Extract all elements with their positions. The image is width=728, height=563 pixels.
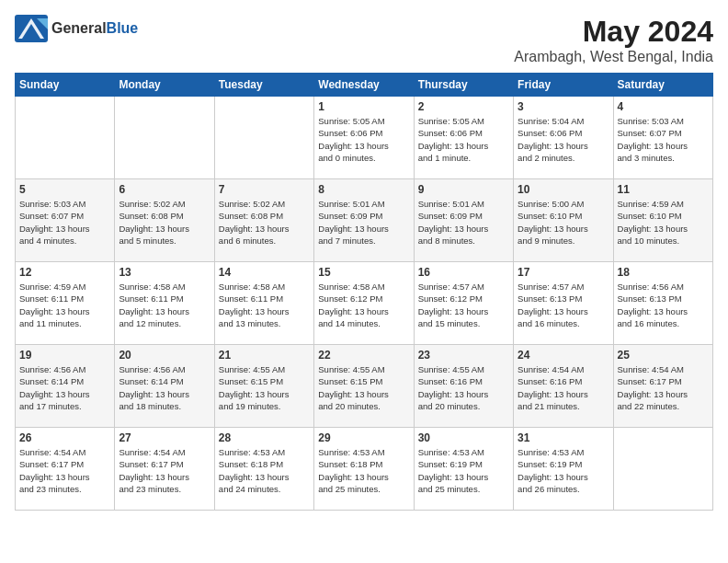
day-number: 14	[219, 266, 310, 279]
calendar-cell: 19Sunrise: 4:56 AM Sunset: 6:14 PM Dayli…	[16, 345, 115, 428]
day-number: 3	[518, 100, 609, 113]
day-content: Sunrise: 4:58 AM Sunset: 6:11 PM Dayligh…	[119, 281, 210, 329]
day-content: Sunrise: 5:01 AM Sunset: 6:09 PM Dayligh…	[318, 198, 409, 247]
calendar-cell: 28Sunrise: 4:53 AM Sunset: 6:18 PM Dayli…	[214, 428, 313, 511]
calendar-cell: 3Sunrise: 5:04 AM Sunset: 6:06 PM Daylig…	[514, 97, 613, 179]
calendar-cell: 14Sunrise: 4:58 AM Sunset: 6:11 PM Dayli…	[214, 262, 313, 345]
day-number: 31	[518, 431, 609, 444]
calendar-week-4: 19Sunrise: 4:56 AM Sunset: 6:14 PM Dayli…	[16, 345, 713, 428]
day-number: 10	[518, 183, 609, 196]
calendar-cell	[613, 428, 712, 511]
day-content: Sunrise: 4:54 AM Sunset: 6:17 PM Dayligh…	[19, 446, 110, 495]
day-number: 12	[19, 266, 110, 279]
calendar-cell: 25Sunrise: 4:54 AM Sunset: 6:17 PM Dayli…	[613, 345, 712, 428]
day-number: 13	[119, 266, 210, 279]
calendar-cell: 29Sunrise: 4:53 AM Sunset: 6:18 PM Dayli…	[314, 428, 414, 511]
day-content: Sunrise: 4:56 AM Sunset: 6:14 PM Dayligh…	[19, 363, 110, 412]
day-number: 15	[318, 266, 409, 279]
calendar-cell: 7Sunrise: 5:02 AM Sunset: 6:08 PM Daylig…	[214, 179, 313, 262]
calendar-cell: 20Sunrise: 4:56 AM Sunset: 6:14 PM Dayli…	[115, 345, 214, 428]
day-content: Sunrise: 4:59 AM Sunset: 6:11 PM Dayligh…	[19, 281, 110, 329]
calendar-cell: 11Sunrise: 4:59 AM Sunset: 6:10 PM Dayli…	[613, 179, 712, 262]
day-content: Sunrise: 5:03 AM Sunset: 6:07 PM Dayligh…	[618, 115, 709, 164]
day-number: 18	[618, 266, 709, 279]
day-number: 29	[318, 431, 409, 444]
header-wednesday: Wednesday	[314, 74, 414, 97]
calendar-cell	[214, 97, 313, 179]
day-number: 9	[418, 183, 509, 196]
logo: GeneralBlue	[15, 15, 138, 42]
day-content: Sunrise: 4:58 AM Sunset: 6:12 PM Dayligh…	[318, 281, 409, 329]
calendar-cell: 8Sunrise: 5:01 AM Sunset: 6:09 PM Daylig…	[314, 179, 414, 262]
day-content: Sunrise: 5:04 AM Sunset: 6:06 PM Dayligh…	[518, 115, 609, 164]
calendar-cell: 2Sunrise: 5:05 AM Sunset: 6:06 PM Daylig…	[414, 97, 513, 179]
day-number: 7	[219, 183, 310, 196]
day-number: 26	[19, 431, 110, 444]
calendar-cell: 9Sunrise: 5:01 AM Sunset: 6:09 PM Daylig…	[414, 179, 513, 262]
day-content: Sunrise: 4:55 AM Sunset: 6:15 PM Dayligh…	[219, 363, 310, 412]
calendar-week-2: 5Sunrise: 5:03 AM Sunset: 6:07 PM Daylig…	[16, 179, 713, 262]
day-content: Sunrise: 5:03 AM Sunset: 6:07 PM Dayligh…	[19, 198, 110, 247]
calendar-cell: 26Sunrise: 4:54 AM Sunset: 6:17 PM Dayli…	[16, 428, 115, 511]
day-number: 24	[518, 349, 609, 362]
day-content: Sunrise: 4:53 AM Sunset: 6:18 PM Dayligh…	[219, 446, 310, 495]
calendar-cell: 21Sunrise: 4:55 AM Sunset: 6:15 PM Dayli…	[214, 345, 313, 428]
calendar-cell: 10Sunrise: 5:00 AM Sunset: 6:10 PM Dayli…	[514, 179, 613, 262]
day-content: Sunrise: 4:58 AM Sunset: 6:11 PM Dayligh…	[219, 281, 310, 329]
day-number: 22	[318, 349, 409, 362]
day-content: Sunrise: 4:55 AM Sunset: 6:15 PM Dayligh…	[318, 363, 409, 412]
logo-icon	[15, 15, 48, 42]
day-content: Sunrise: 4:56 AM Sunset: 6:14 PM Dayligh…	[119, 363, 210, 412]
day-content: Sunrise: 4:53 AM Sunset: 6:19 PM Dayligh…	[518, 446, 609, 495]
calendar-week-3: 12Sunrise: 4:59 AM Sunset: 6:11 PM Dayli…	[16, 262, 713, 345]
calendar-week-5: 26Sunrise: 4:54 AM Sunset: 6:17 PM Dayli…	[16, 428, 713, 511]
day-content: Sunrise: 4:57 AM Sunset: 6:13 PM Dayligh…	[518, 281, 609, 329]
day-number: 25	[618, 349, 709, 362]
header-tuesday: Tuesday	[214, 74, 313, 97]
day-number: 23	[418, 349, 509, 362]
calendar-week-1: 1Sunrise: 5:05 AM Sunset: 6:06 PM Daylig…	[16, 97, 713, 179]
day-content: Sunrise: 4:54 AM Sunset: 6:17 PM Dayligh…	[119, 446, 210, 495]
calendar-cell: 30Sunrise: 4:53 AM Sunset: 6:19 PM Dayli…	[414, 428, 513, 511]
calendar-cell: 18Sunrise: 4:56 AM Sunset: 6:13 PM Dayli…	[613, 262, 712, 345]
location: Arambagh, West Bengal, India	[514, 49, 713, 65]
month-year: May 2024	[514, 15, 713, 49]
header-friday: Friday	[514, 74, 613, 97]
day-content: Sunrise: 4:57 AM Sunset: 6:12 PM Dayligh…	[418, 281, 509, 329]
day-content: Sunrise: 5:05 AM Sunset: 6:06 PM Dayligh…	[418, 115, 509, 164]
calendar-cell: 31Sunrise: 4:53 AM Sunset: 6:19 PM Dayli…	[514, 428, 613, 511]
calendar-header-row: SundayMondayTuesdayWednesdayThursdayFrid…	[16, 74, 713, 97]
header-sunday: Sunday	[16, 74, 115, 97]
day-number: 27	[119, 431, 210, 444]
day-content: Sunrise: 5:02 AM Sunset: 6:08 PM Dayligh…	[119, 198, 210, 247]
day-content: Sunrise: 4:54 AM Sunset: 6:16 PM Dayligh…	[518, 363, 609, 412]
day-number: 6	[119, 183, 210, 196]
day-content: Sunrise: 4:54 AM Sunset: 6:17 PM Dayligh…	[618, 363, 709, 412]
header-thursday: Thursday	[414, 74, 513, 97]
day-content: Sunrise: 5:00 AM Sunset: 6:10 PM Dayligh…	[518, 198, 609, 247]
calendar-cell: 6Sunrise: 5:02 AM Sunset: 6:08 PM Daylig…	[115, 179, 214, 262]
calendar-cell: 12Sunrise: 4:59 AM Sunset: 6:11 PM Dayli…	[16, 262, 115, 345]
title-area: May 2024 Arambagh, West Bengal, India	[514, 15, 713, 65]
day-number: 8	[318, 183, 409, 196]
calendar-cell: 17Sunrise: 4:57 AM Sunset: 6:13 PM Dayli…	[514, 262, 613, 345]
calendar-cell: 5Sunrise: 5:03 AM Sunset: 6:07 PM Daylig…	[16, 179, 115, 262]
day-number: 21	[219, 349, 310, 362]
header-saturday: Saturday	[613, 74, 712, 97]
day-content: Sunrise: 5:01 AM Sunset: 6:09 PM Dayligh…	[418, 198, 509, 247]
day-content: Sunrise: 5:05 AM Sunset: 6:06 PM Dayligh…	[318, 115, 409, 164]
day-content: Sunrise: 4:56 AM Sunset: 6:13 PM Dayligh…	[618, 281, 709, 329]
day-number: 17	[518, 266, 609, 279]
day-content: Sunrise: 5:02 AM Sunset: 6:08 PM Dayligh…	[219, 198, 310, 247]
day-number: 28	[219, 431, 310, 444]
calendar-cell: 23Sunrise: 4:55 AM Sunset: 6:16 PM Dayli…	[414, 345, 513, 428]
calendar-cell: 24Sunrise: 4:54 AM Sunset: 6:16 PM Dayli…	[514, 345, 613, 428]
day-number: 16	[418, 266, 509, 279]
calendar-cell: 22Sunrise: 4:55 AM Sunset: 6:15 PM Dayli…	[314, 345, 414, 428]
day-content: Sunrise: 4:59 AM Sunset: 6:10 PM Dayligh…	[618, 198, 709, 247]
header-monday: Monday	[115, 74, 214, 97]
day-number: 30	[418, 431, 509, 444]
logo-general: General	[51, 20, 107, 36]
calendar-cell: 15Sunrise: 4:58 AM Sunset: 6:12 PM Dayli…	[314, 262, 414, 345]
day-number: 20	[119, 349, 210, 362]
